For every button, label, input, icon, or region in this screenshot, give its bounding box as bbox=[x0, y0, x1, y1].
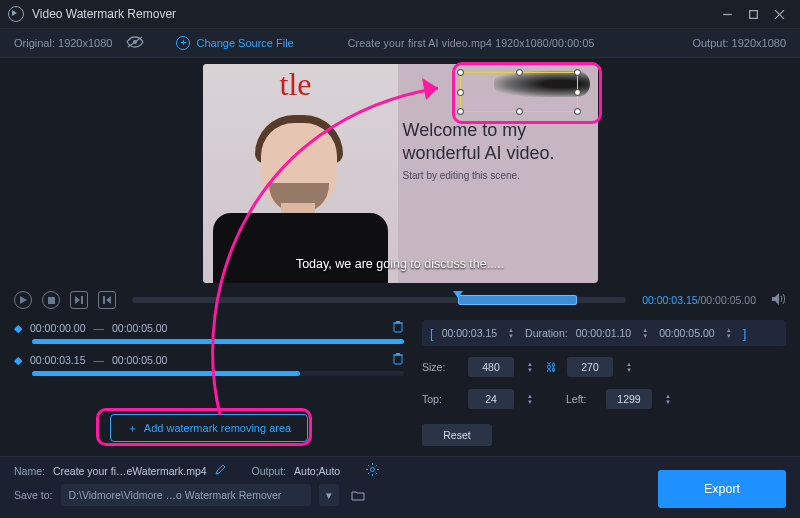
open-folder-icon[interactable] bbox=[347, 484, 369, 506]
output-settings-icon[interactable] bbox=[366, 463, 379, 478]
original-resolution: Original: 1920x1080 bbox=[14, 37, 112, 49]
seek-bar[interactable] bbox=[132, 297, 626, 303]
svg-rect-14 bbox=[394, 323, 402, 332]
spinner[interactable]: ▲▼ bbox=[524, 361, 536, 373]
svg-point-20 bbox=[371, 468, 375, 472]
spinner[interactable]: ▲▼ bbox=[639, 327, 651, 339]
spinner[interactable]: ▲▼ bbox=[623, 361, 635, 373]
output-label: Output: bbox=[252, 465, 286, 477]
svg-marker-13 bbox=[772, 293, 779, 305]
titlebar: Video Watermark Remover bbox=[0, 0, 800, 28]
minimize-button[interactable] bbox=[714, 2, 740, 26]
range-duration[interactable]: 00:00:01.10 bbox=[576, 327, 631, 339]
output-format: Auto;Auto bbox=[294, 465, 340, 477]
segment-end: 00:00:05.00 bbox=[112, 322, 167, 334]
segment-anchor-icon: ◆ bbox=[14, 354, 22, 366]
segment-anchor-icon: ◆ bbox=[14, 322, 22, 334]
segment-end: 00:00:05.00 bbox=[112, 354, 167, 366]
save-path[interactable]: D:\Vidmore\Vidmore …o Watermark Remover bbox=[61, 484, 311, 506]
name-label: Name: bbox=[14, 465, 45, 477]
resize-handle[interactable] bbox=[457, 108, 464, 115]
spinner[interactable]: ▲▼ bbox=[662, 393, 674, 405]
segment-row[interactable]: ◆ 00:00:00.00 — 00:00:05.00 bbox=[14, 320, 404, 335]
change-source-button[interactable]: + Change Source File bbox=[176, 36, 293, 50]
selection-range[interactable] bbox=[458, 295, 577, 305]
saveto-label: Save to: bbox=[14, 489, 53, 501]
footer: Name: Create your fi…eWatermark.mp4 Outp… bbox=[0, 456, 800, 518]
left-input[interactable]: 1299 bbox=[606, 389, 652, 409]
resize-handle[interactable] bbox=[457, 89, 464, 96]
top-input[interactable]: 24 bbox=[468, 389, 514, 409]
spinner[interactable]: ▲▼ bbox=[505, 327, 517, 339]
area-properties: [ 00:00:03.15 ▲▼ Duration:00:00:01.10 ▲▼… bbox=[422, 320, 786, 446]
svg-rect-17 bbox=[394, 355, 402, 364]
app-title: Video Watermark Remover bbox=[32, 7, 176, 21]
svg-rect-1 bbox=[749, 10, 757, 18]
video-heading: Welcome to my wonderful AI video. bbox=[403, 119, 590, 164]
height-input[interactable]: 270 bbox=[567, 357, 613, 377]
bracket-left-icon[interactable]: [ bbox=[430, 326, 434, 341]
duration-label: Duration: bbox=[525, 327, 568, 339]
change-source-label: Change Source File bbox=[196, 37, 293, 49]
segment-start: 00:00:03.15 bbox=[30, 354, 85, 366]
segments-list: ◆ 00:00:00.00 — 00:00:05.00 ◆ 00:00:03.1… bbox=[14, 320, 404, 446]
svg-marker-7 bbox=[20, 296, 27, 304]
svg-marker-9 bbox=[75, 296, 80, 304]
reset-button[interactable]: Reset bbox=[422, 424, 492, 446]
svg-rect-8 bbox=[48, 297, 55, 304]
toggle-preview-icon[interactable] bbox=[126, 36, 144, 50]
segment-row[interactable]: ◆ 00:00:03.15 — 00:00:05.00 bbox=[14, 352, 404, 367]
mark-out-button[interactable] bbox=[98, 291, 116, 309]
delete-segment-icon[interactable] bbox=[392, 320, 404, 335]
edit-name-icon[interactable] bbox=[215, 464, 226, 477]
video-subtitle: Start by editing this scene. bbox=[403, 170, 590, 181]
path-dropdown[interactable]: ▾ bbox=[319, 484, 339, 506]
svg-rect-10 bbox=[81, 296, 83, 304]
maximize-button[interactable] bbox=[740, 2, 766, 26]
resize-handle[interactable] bbox=[457, 69, 464, 76]
settings-panel: ◆ 00:00:00.00 — 00:00:05.00 ◆ 00:00:03.1… bbox=[0, 312, 800, 446]
stop-button[interactable] bbox=[42, 291, 60, 309]
resize-handle[interactable] bbox=[574, 69, 581, 76]
svg-rect-11 bbox=[103, 296, 105, 304]
segment-start: 00:00:00.00 bbox=[30, 322, 85, 334]
watermark-selection-box[interactable] bbox=[460, 72, 578, 112]
playhead-icon[interactable] bbox=[453, 291, 463, 298]
resize-handle[interactable] bbox=[516, 69, 523, 76]
secondary-toolbar: Original: 1920x1080 + Change Source File… bbox=[0, 28, 800, 58]
export-button[interactable]: Export bbox=[658, 470, 786, 508]
link-aspect-icon[interactable]: ⛓ bbox=[546, 361, 557, 373]
volume-icon[interactable] bbox=[772, 293, 786, 307]
add-watermark-area-button[interactable]: ＋ Add watermark removing area bbox=[110, 414, 308, 442]
overlay-text-tle: tle bbox=[280, 66, 312, 103]
resize-handle[interactable] bbox=[574, 89, 581, 96]
width-input[interactable]: 480 bbox=[468, 357, 514, 377]
svg-marker-12 bbox=[106, 296, 111, 304]
delete-segment-icon[interactable] bbox=[392, 352, 404, 367]
timecode: 00:00:03.15/00:00:05.00 bbox=[642, 294, 756, 306]
source-file-info: Create your first AI video.mp4 1920x1080… bbox=[348, 37, 595, 49]
resize-handle[interactable] bbox=[574, 108, 581, 115]
video-caption: Today, we are going to discuss the..... bbox=[203, 257, 598, 271]
range-start[interactable]: 00:00:03.15 bbox=[442, 327, 497, 339]
spinner[interactable]: ▲▼ bbox=[524, 393, 536, 405]
time-range-row: [ 00:00:03.15 ▲▼ Duration:00:00:01.10 ▲▼… bbox=[422, 320, 786, 346]
resize-handle[interactable] bbox=[516, 108, 523, 115]
close-button[interactable] bbox=[766, 2, 792, 26]
plus-circle-icon: + bbox=[176, 36, 190, 50]
mark-in-button[interactable] bbox=[70, 291, 88, 309]
playback-controls: 00:00:03.15/00:00:05.00 bbox=[0, 288, 800, 312]
range-end[interactable]: 00:00:05.00 bbox=[659, 327, 714, 339]
spinner[interactable]: ▲▼ bbox=[723, 327, 735, 339]
output-resolution: Output: 1920x1080 bbox=[692, 37, 786, 49]
preview-area: tle Welcome to my wonderful AI video. St… bbox=[0, 58, 800, 288]
top-label: Top: bbox=[422, 393, 458, 405]
app-logo-icon bbox=[8, 6, 24, 22]
bracket-right-icon[interactable]: ] bbox=[743, 326, 747, 341]
output-filename: Create your fi…eWatermark.mp4 bbox=[53, 465, 207, 477]
left-label: Left: bbox=[566, 393, 596, 405]
play-button[interactable] bbox=[14, 291, 32, 309]
size-label: Size: bbox=[422, 361, 458, 373]
plus-icon: ＋ bbox=[127, 421, 138, 436]
video-preview[interactable]: tle Welcome to my wonderful AI video. St… bbox=[203, 64, 598, 283]
